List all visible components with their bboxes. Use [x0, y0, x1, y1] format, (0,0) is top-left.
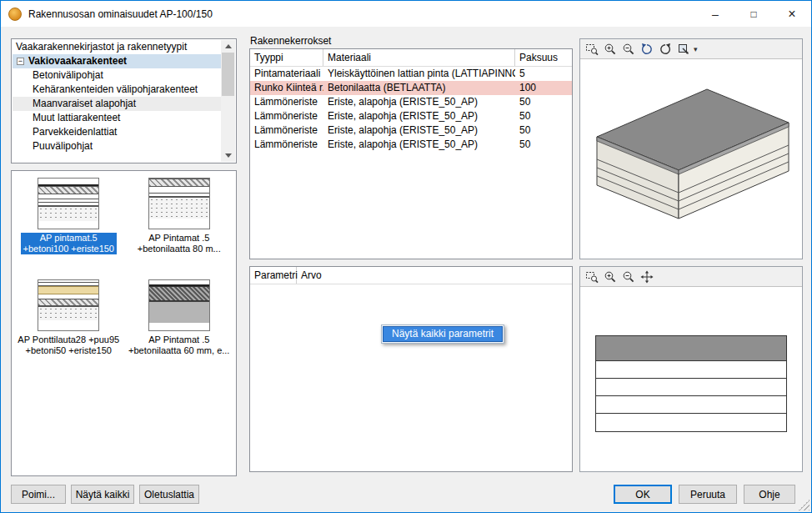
gallery-item[interactable]: AP Pintamat .5 +betonilaatta 60 mm, e... — [124, 279, 235, 356]
cell-paksuus: 100 — [515, 81, 572, 95]
close-button[interactable]: × — [773, 1, 811, 27]
tree-root-label[interactable]: Vaakarakennekirjastot ja rakennetyypit — [13, 40, 221, 54]
zoom-window-icon[interactable] — [584, 269, 600, 285]
gallery-item[interactable]: AP Pintamat .5 +betonilaatta 80 m... — [124, 178, 235, 254]
cell-materiaali: Yleiskäyttöinen lattian pinta (LATTIAPIN… — [323, 67, 515, 81]
thumbnail-label-line2: +betoni100 +eriste150 — [23, 244, 114, 254]
thumbnail-label-line1: AP Pintamat .5 — [148, 233, 209, 243]
scroll-up-icon[interactable] — [221, 40, 235, 53]
collapse-icon[interactable]: − — [17, 58, 24, 65]
column-header-arvo[interactable]: Arvo — [297, 267, 572, 284]
tree-item-label: Vakiovaakarakenteet — [28, 55, 127, 67]
cell-tyyppi: Runko Kiinteä r... — [250, 81, 323, 95]
scroll-thumb[interactable] — [222, 53, 234, 96]
parameter-table: Parametri Arvo Näytä kaikki parametrit — [249, 266, 573, 472]
resize-grip[interactable] — [799, 500, 809, 510]
tree-scrollbar[interactable] — [221, 40, 235, 162]
layer-row[interactable]: Lämmöneriste Eriste, alapohja (ERISTE_50… — [250, 95, 572, 109]
cell-materiaali: Betonilaatta (BETLAATTA) — [323, 81, 515, 95]
column-header-paksuus[interactable]: Paksuus — [515, 49, 572, 66]
tree-item-muut-lattiarakenteet[interactable]: Muut lattiarakenteet — [13, 111, 221, 125]
section-2d-image — [595, 335, 787, 432]
cell-paksuus: 50 — [515, 123, 572, 138]
thumbnail-label[interactable]: AP Ponttilauta28 +puu95 +betoni50 +erist… — [15, 334, 122, 356]
rotate-right-icon[interactable] — [657, 41, 674, 58]
gallery-item[interactable]: AP pintamat.5 +betoni100 +eriste150 — [13, 178, 124, 254]
structure-thumbnail[interactable] — [38, 279, 99, 331]
scroll-track[interactable] — [221, 53, 235, 149]
column-header-tyyppi[interactable]: Tyyppi — [250, 49, 323, 66]
ok-button[interactable]: OK — [614, 485, 672, 504]
viewer3d-canvas[interactable] — [580, 59, 802, 259]
zoom-out-icon[interactable] — [620, 269, 637, 285]
zoom-out-icon[interactable] — [620, 41, 637, 58]
tree-item-parvekkeidenlattiat[interactable]: Parvekkeidenlattiat — [13, 125, 221, 139]
pan-icon[interactable] — [639, 269, 655, 285]
tree-item-puuvalipohjat[interactable]: Puuvälipohjat — [13, 139, 221, 153]
titlebar[interactable]: Rakennusosan ominaisuudet AP-100/150 – □… — [1, 1, 811, 27]
thumbnail-label[interactable]: AP Pintamat .5 +betonilaatta 80 m... — [135, 233, 223, 254]
show-all-button[interactable]: Näytä kaikki — [71, 485, 134, 504]
cell-tyyppi: Lämmöneriste — [250, 95, 323, 109]
zoom-window-icon[interactable] — [584, 41, 600, 58]
cell-paksuus: 5 — [515, 67, 572, 81]
structure-thumbnail[interactable] — [148, 178, 210, 229]
minimize-button[interactable]: – — [696, 1, 734, 27]
tree-item-maanvaraiset-alapohjat[interactable]: Maanvaraiset alapohjat — [13, 97, 221, 111]
cell-materiaali: Eriste, alapohja (ERISTE_50_AP) — [323, 138, 515, 152]
section-layer-concrete — [596, 336, 786, 361]
slab-3d-image — [582, 74, 802, 258]
cancel-button[interactable]: Peruuta — [679, 485, 737, 504]
cell-materiaali: Eriste, alapohja (ERISTE_50_AP) — [323, 109, 515, 123]
layer-row-selected[interactable]: Runko Kiinteä r... Betonilaatta (BETLAAT… — [250, 81, 572, 95]
section-layer — [596, 396, 786, 414]
structure-thumbnail[interactable] — [148, 279, 210, 331]
pick-button[interactable]: Poimi... — [11, 485, 66, 504]
window-title: Rakennusosan ominaisuudet AP-100/150 — [28, 8, 213, 20]
gallery-item[interactable]: AP Ponttilauta28 +puu95 +betoni50 +erist… — [13, 279, 124, 356]
layer-row[interactable]: Pintamateriaali Yleiskäyttöinen lattian … — [250, 67, 572, 81]
tree-item-betonivalipohjat[interactable]: Betonivälipohjat — [13, 68, 221, 83]
column-header-parametri[interactable]: Parametri — [250, 267, 297, 284]
rotate-left-icon[interactable] — [639, 41, 655, 58]
thumbnail-label-line2: +betoni50 +eriste150 — [26, 345, 112, 355]
scroll-down-icon[interactable] — [221, 149, 235, 162]
thumbnail-label[interactable]: AP pintamat.5 +betoni100 +eriste150 — [21, 233, 117, 254]
layer-row[interactable]: Lämmöneriste Eriste, alapohja (ERISTE_50… — [250, 138, 572, 152]
viewer2d-canvas[interactable] — [580, 287, 802, 471]
preview-2d-panel — [579, 266, 803, 472]
thumbnail-label-line2: +betonilaatta 80 m... — [138, 244, 221, 254]
type-gallery-panel: AP pintamat.5 +betoni100 +eriste150 AP P… — [11, 170, 237, 476]
column-header-materiaali[interactable]: Materiaali — [323, 49, 515, 66]
tree-item-keharankenteiden[interactable]: Kehärankenteiden välipohjarakenteet — [13, 83, 221, 97]
cell-tyyppi: Lämmöneriste — [250, 109, 323, 123]
layers-section-title: Rakennekerrokset — [250, 35, 331, 47]
display-options-icon[interactable] — [675, 41, 692, 58]
properties-dialog: Rakennusosan ominaisuudet AP-100/150 – □… — [0, 0, 812, 513]
layer-row[interactable]: Lämmöneriste Eriste, alapohja (ERISTE_50… — [250, 123, 572, 138]
layer-row[interactable]: Lämmöneriste Eriste, alapohja (ERISTE_50… — [250, 109, 572, 123]
section-layer — [596, 361, 786, 379]
thumbnail-label[interactable]: AP Pintamat .5 +betonilaatta 60 mm, e... — [126, 334, 232, 356]
maximize-icon: □ — [750, 8, 756, 20]
viewer2d-toolbar — [580, 267, 802, 287]
cell-tyyppi: Lämmöneriste — [250, 138, 323, 152]
show-all-parameters-menu-item[interactable]: Näytä kaikki parametrit — [383, 326, 503, 342]
thumbnail-label-line2: +betonilaatta 60 mm, e... — [128, 345, 229, 355]
zoom-in-icon[interactable] — [602, 41, 619, 58]
structure-thumbnail[interactable] — [38, 178, 99, 229]
cell-paksuus: 50 — [515, 138, 572, 152]
preview-3d-panel: ▾ — [579, 38, 803, 259]
maximize-button[interactable]: □ — [734, 1, 773, 27]
cell-materiaali: Eriste, alapohja (ERISTE_50_AP) — [323, 123, 515, 138]
context-menu: Näytä kaikki parametrit — [381, 324, 504, 344]
cell-tyyppi: Pintamateriaali — [250, 67, 323, 81]
section-layer — [596, 414, 786, 431]
help-button[interactable]: Ohje — [744, 485, 795, 504]
tree-item-vakiovaakarakenteet[interactable]: −Vakiovaakarakenteet — [13, 54, 221, 68]
section-layer — [596, 379, 786, 396]
zoom-in-icon[interactable] — [602, 269, 619, 285]
layer-table: Tyyppi Materiaali Paksuus Pintamateriaal… — [249, 48, 573, 259]
default-floor-button[interactable]: Oletuslattia — [139, 485, 199, 504]
dropdown-caret-icon[interactable]: ▾ — [694, 45, 702, 53]
